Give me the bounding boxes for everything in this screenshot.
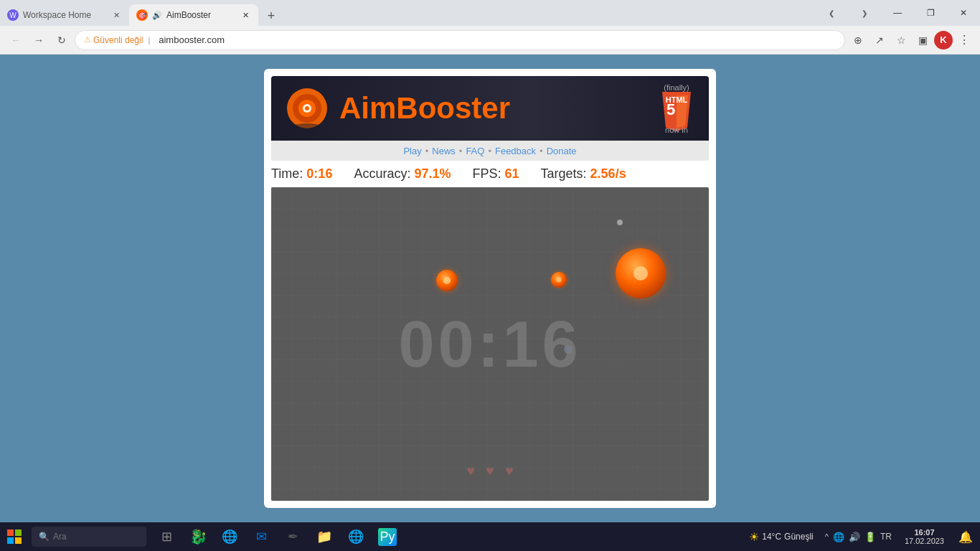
sidebar-button[interactable]: ▣	[913, 30, 933, 50]
notification-button[interactable]: 🔔	[951, 522, 980, 551]
tab-workspace-close[interactable]: ✕	[110, 9, 122, 21]
page-content: AimBooster (finally) 5 HTML now in	[0, 55, 980, 522]
nav-faq[interactable]: FAQ	[466, 146, 484, 156]
pycharm-icon: Py	[378, 528, 396, 546]
address-bar[interactable]: ⚠ Güvenli değil | aimbooster.com	[75, 30, 845, 50]
network-icon[interactable]: 🌐	[833, 532, 844, 542]
share-button[interactable]: ↗	[870, 30, 890, 50]
time-label: Time:	[271, 166, 303, 181]
new-tab-button[interactable]: +	[261, 6, 281, 26]
weather-temp: 14°C	[762, 532, 781, 542]
tab-aimbooster-title: AimBooster	[166, 10, 235, 20]
battery-icon[interactable]: 🔋	[864, 532, 876, 542]
taskbar-icon-dragon[interactable]: 🐉	[184, 522, 212, 551]
extensions-button[interactable]: ⋮	[954, 30, 974, 50]
tab-aimbooster[interactable]: 🎯 🔊 AimBooster ✕	[129, 4, 258, 26]
minimize-button[interactable]: —	[881, 0, 914, 26]
mail-icon: ✉	[256, 529, 267, 545]
stat-time: Time: 0:16	[271, 166, 332, 182]
close-button[interactable]: ✕	[947, 0, 980, 26]
time-value: 0:16	[306, 166, 332, 181]
nav-sep-1: •	[425, 146, 429, 156]
system-tray: ^ 🌐 🔊 🔋 TR	[819, 532, 897, 542]
volume-icon[interactable]: 🔊	[849, 532, 860, 542]
tab-workspace-title: Workspace Home	[23, 10, 106, 20]
html5-badge: (finally) 5 HTML now in	[659, 83, 694, 134]
forward-button[interactable]: →	[29, 30, 49, 50]
target-small[interactable]	[551, 272, 567, 288]
taskbar-icon-edge[interactable]: 🌐	[215, 522, 244, 551]
aim-logo-icon	[286, 87, 329, 130]
taskbar-search[interactable]: 🔍	[32, 527, 146, 547]
pen-icon: ✒	[288, 529, 298, 545]
stat-targets: Targets: 2.56/s	[541, 166, 626, 182]
nav-sep-4: •	[540, 146, 543, 156]
url-text: aimbooster.com	[159, 34, 225, 45]
nav-sep-3: •	[488, 146, 491, 156]
workspace-favicon: W	[7, 9, 19, 21]
nav-play[interactable]: Play	[403, 146, 421, 156]
taskbar-icon-mail[interactable]: ✉	[247, 522, 275, 551]
booster-part: Booster	[396, 91, 510, 125]
navigation-bar: ← → ↻ ⚠ Güvenli değil | aimbooster.com ⊕…	[0, 26, 980, 55]
svg-point-5	[293, 123, 321, 129]
aimbooster-container: AimBooster (finally) 5 HTML now in	[264, 69, 716, 508]
aim-logo: AimBooster	[286, 87, 510, 130]
html5-finally: (finally)	[664, 83, 689, 92]
weather-widget[interactable]: ☀ 14°C Güneşli	[743, 530, 819, 544]
svg-rect-11	[15, 529, 22, 536]
target-medium[interactable]	[436, 270, 458, 291]
tab-scroll-right[interactable]: ❯	[848, 0, 881, 26]
aimbooster-favicon: 🎯	[136, 9, 148, 21]
html5-now-in: now in	[665, 126, 688, 134]
warning-icon: ⚠	[84, 35, 91, 44]
dragon-icon: 🐉	[189, 528, 207, 545]
nav-feedback[interactable]: Feedback	[495, 146, 536, 156]
back-button[interactable]: ←	[6, 30, 26, 50]
game-hearts: ♥ ♥ ♥	[466, 463, 514, 479]
translate-button[interactable]: ⊕	[848, 30, 868, 50]
taskbar-app-icons: ⊞ 🐉 🌐 ✉ ✒ 📁 🌐 Py	[152, 522, 402, 551]
taskbar-icon-search[interactable]: ⊞	[152, 522, 181, 551]
nav-right-icons: ⊕ ↗ ☆ ▣ K ⋮	[848, 30, 974, 50]
tab-aimbooster-close[interactable]: ✕	[240, 9, 251, 21]
security-indicator: ⚠ Güvenli değil |	[84, 35, 153, 45]
tab-workspace[interactable]: W Workspace Home ✕	[0, 4, 129, 26]
tab-audio-icon[interactable]: 🔊	[152, 11, 162, 20]
stat-fps: FPS: 61	[472, 166, 519, 182]
nav-donate[interactable]: Donate	[547, 146, 577, 156]
desktop: W Workspace Home ✕ 🎯 🔊 AimBooster ✕ + ❮ …	[0, 0, 980, 551]
bookmark-button[interactable]: ☆	[891, 30, 911, 50]
stat-accuracy: Accuracy: 97.1%	[354, 166, 451, 182]
nav-news[interactable]: News	[432, 146, 456, 156]
profile-button[interactable]: K	[934, 31, 953, 50]
tab-bar: W Workspace Home ✕ 🎯 🔊 AimBooster ✕ + ❮ …	[0, 0, 980, 26]
target-large[interactable]	[616, 248, 666, 298]
svg-point-4	[305, 106, 309, 110]
weather-icon: ☀	[749, 530, 759, 544]
chevron-up-icon[interactable]: ^	[825, 532, 829, 541]
refresh-button[interactable]: ↻	[52, 30, 72, 50]
target-tiny[interactable]	[617, 220, 623, 225]
clock[interactable]: 16:07 17.02.2023	[897, 522, 951, 551]
tab-scroll-left[interactable]: ❮	[815, 0, 848, 26]
game-canvas[interactable]: 00:16 ♥ ♥ ♥	[271, 187, 709, 501]
taskbar-icon-chrome[interactable]: 🌐	[341, 522, 370, 551]
svg-rect-13	[15, 537, 22, 544]
keyboard-icon[interactable]: TR	[880, 532, 892, 542]
start-button[interactable]	[0, 522, 29, 551]
taskbar-icon-folder[interactable]: 📁	[310, 522, 339, 551]
svg-rect-12	[7, 537, 14, 544]
edge-icon: 🌐	[222, 529, 237, 545]
fps-label: FPS:	[472, 166, 501, 181]
game-timer-overlay: 00:16	[398, 307, 581, 381]
heart-2: ♥	[486, 463, 494, 479]
view-icon: ⊞	[161, 529, 172, 545]
taskbar-icon-pen[interactable]: ✒	[278, 522, 307, 551]
taskbar-icon-pycharm[interactable]: Py	[373, 522, 402, 551]
target-tiny2[interactable]	[564, 345, 573, 354]
maximize-button[interactable]: ❐	[914, 0, 947, 26]
search-input[interactable]	[53, 532, 125, 542]
targets-label: Targets:	[541, 166, 587, 181]
accuracy-label: Accuracy:	[354, 166, 410, 181]
